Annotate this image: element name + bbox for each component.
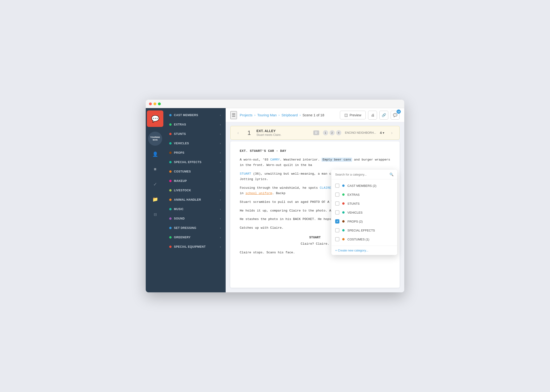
category-dot bbox=[169, 133, 172, 135]
sidebar-category-props[interactable]: PROPS › bbox=[164, 148, 226, 157]
scene-title: EXT. ALLEY bbox=[256, 129, 310, 133]
breadcrumb-sep1: › bbox=[254, 113, 255, 117]
breadcrumb-stripboard[interactable]: Stripboard bbox=[281, 113, 297, 117]
hamburger-button[interactable]: ☰ bbox=[230, 111, 237, 119]
category-left: MUSIC bbox=[169, 208, 183, 211]
sidebar-category-extras[interactable]: EXTRAS › bbox=[164, 120, 226, 129]
dropdown-item-2[interactable]: STUNTS bbox=[331, 199, 397, 208]
sidebar-item-cast[interactable]: 👤 bbox=[147, 147, 163, 161]
category-label: ANIMAL HANDLER bbox=[174, 198, 201, 201]
prev-scene-button[interactable]: ‹ bbox=[234, 129, 242, 137]
chevron-right-icon: › bbox=[220, 245, 221, 248]
project-badge[interactable]: TOURING MAN bbox=[148, 132, 162, 146]
chevron-right-icon: › bbox=[220, 114, 221, 117]
sidebar-category-special-equipment[interactable]: SPECIAL EQUIPMENT › bbox=[164, 242, 226, 252]
scene-count-number: 4 bbox=[380, 131, 382, 135]
maximize-dot[interactable] bbox=[158, 102, 161, 105]
sidebar-category-vehicles[interactable]: VEHICLES › bbox=[164, 139, 226, 148]
category-dot bbox=[169, 217, 172, 220]
dd-label-1: EXTRAS bbox=[347, 193, 394, 196]
scene-strip: ‹ 1 EXT. ALLEY Stuart meets Claire. D 1 … bbox=[230, 126, 400, 140]
sidebar-category-stunts[interactable]: STUNTS › bbox=[164, 129, 226, 139]
script-heading: EXT. STUART'S CAR - DAY bbox=[240, 148, 390, 154]
dropdown-item-0[interactable]: CAST MEMBERS (2) bbox=[331, 181, 397, 190]
dd-checkbox-0[interactable] bbox=[335, 183, 339, 188]
category-dot bbox=[169, 208, 172, 210]
sidebar-category-animal-handler[interactable]: ANIMAL HANDLER › bbox=[164, 195, 226, 204]
para3-before: Focusing through the windshield, he spot… bbox=[240, 186, 320, 190]
dd-label-2: STUNTS bbox=[347, 202, 394, 205]
dropdown-item-1[interactable]: EXTRAS bbox=[331, 190, 397, 199]
schedule-icon: ✓ bbox=[153, 182, 157, 187]
scene-count[interactable]: 4 ▾ bbox=[380, 131, 384, 135]
logo-area[interactable]: 💬 bbox=[147, 111, 163, 127]
app-window: 💬 TOURING MAN 👤 ≡ ✓ 📁 ⊟ bbox=[146, 100, 404, 292]
sidebar-category-greenery[interactable]: GREENERY › bbox=[164, 233, 226, 242]
dropdown-item-3[interactable]: VEHICLES bbox=[331, 208, 397, 217]
category-dot bbox=[169, 152, 172, 154]
chevron-right-icon: › bbox=[220, 236, 221, 239]
scene-subtitle: Stuart meets Claire. bbox=[256, 133, 310, 137]
icon-sidebar: 💬 TOURING MAN 👤 ≡ ✓ 📁 ⊟ bbox=[146, 108, 164, 292]
category-label: EXTRAS bbox=[174, 123, 186, 126]
close-dot[interactable] bbox=[149, 102, 152, 105]
breadcrumb-projects[interactable]: Projects bbox=[240, 113, 253, 117]
dropdown-item-4[interactable]: PROPS (2) bbox=[331, 217, 397, 226]
dropdown-item-5[interactable]: SPECIAL EFFECTS bbox=[331, 226, 397, 235]
category-dot bbox=[169, 199, 172, 201]
next-scene-button[interactable]: › bbox=[388, 129, 395, 137]
preview-button[interactable]: ◫ Preview bbox=[340, 111, 366, 119]
school-uniform-link[interactable]: school uniform bbox=[245, 192, 272, 195]
dropdown-item-6[interactable]: COSTUMES (1) bbox=[331, 235, 397, 244]
link-icon: 🔗 bbox=[382, 113, 386, 117]
category-search-input[interactable] bbox=[335, 173, 388, 176]
dd-checkbox-1[interactable] bbox=[335, 192, 339, 197]
header-actions: ◫ Preview 🖨 🔗 💬 12 bbox=[340, 111, 400, 120]
comment-button[interactable]: 💬 12 bbox=[391, 111, 400, 120]
minimize-dot[interactable] bbox=[154, 102, 156, 105]
dd-checkbox-3[interactable] bbox=[335, 210, 339, 215]
category-label: SOUND bbox=[174, 217, 185, 220]
category-dot bbox=[169, 123, 172, 126]
dd-checkbox-5[interactable] bbox=[335, 228, 339, 232]
sidebar-category-makeup[interactable]: MAKEUP › bbox=[164, 176, 226, 186]
link-button[interactable]: 🔗 bbox=[379, 111, 388, 120]
category-dot bbox=[169, 189, 172, 192]
category-dot bbox=[169, 236, 172, 238]
sidebar-item-folder[interactable]: 📁 bbox=[147, 192, 163, 206]
stuart-link[interactable]: STUART bbox=[240, 172, 251, 176]
sidebar-item-settings[interactable]: ⊟ bbox=[147, 207, 163, 221]
category-label: SPECIAL EFFECTS bbox=[174, 161, 201, 164]
dd-checkbox-4[interactable] bbox=[335, 219, 339, 224]
dropdown-list: CAST MEMBERS (2) EXTRAS STUNTS VEHICLES … bbox=[331, 179, 397, 245]
sidebar-category-special-effects[interactable]: SPECIAL EFFECTS › bbox=[164, 157, 226, 167]
category-left: COSTUMES bbox=[169, 170, 191, 173]
category-left: CAST MEMBERS bbox=[169, 113, 198, 117]
sidebar-category-costumes[interactable]: COSTUMES › bbox=[164, 167, 226, 176]
sidebar-item-schedule[interactable]: ✓ bbox=[147, 177, 163, 191]
search-icon: 🔍 bbox=[389, 173, 394, 176]
chevron-right-icon: › bbox=[220, 151, 221, 154]
print-button[interactable]: 🖨 bbox=[368, 111, 377, 120]
chevron-right-icon: › bbox=[220, 170, 221, 173]
sidebar-category-set-dressing[interactable]: SET DRESSING › bbox=[164, 223, 226, 233]
category-label: LIVESTOCK bbox=[174, 189, 191, 192]
empty-beer-cans-highlight: Empty beer cans bbox=[322, 158, 352, 162]
claire-link[interactable]: CLAIRE bbox=[320, 186, 331, 190]
cast-icon: 👤 bbox=[152, 151, 158, 157]
category-left: VEHICLES bbox=[169, 142, 189, 145]
sidebar-category-sound[interactable]: SOUND › bbox=[164, 214, 226, 223]
camry-link[interactable]: CAMRY bbox=[270, 158, 280, 162]
sidebar-category-livestock[interactable]: LIVESTOCK › bbox=[164, 186, 226, 195]
dd-checkbox-2[interactable] bbox=[335, 201, 339, 206]
sidebar-item-strips[interactable]: ≡ bbox=[147, 162, 163, 176]
sidebar-category-music[interactable]: MUSIC › bbox=[164, 204, 226, 214]
sidebar-category-cast-members[interactable]: CAST MEMBERS › bbox=[164, 111, 226, 120]
chevron-right-icon: › bbox=[220, 161, 221, 164]
create-new-category-link[interactable]: + Create new category... bbox=[331, 245, 397, 255]
category-label: COSTUMES bbox=[174, 170, 191, 173]
breadcrumb-touring[interactable]: Touring Man bbox=[257, 113, 277, 117]
dd-checkbox-6[interactable] bbox=[335, 237, 339, 241]
category-label: SPECIAL EQUIPMENT bbox=[174, 245, 206, 248]
category-left: SPECIAL EFFECTS bbox=[169, 161, 201, 164]
